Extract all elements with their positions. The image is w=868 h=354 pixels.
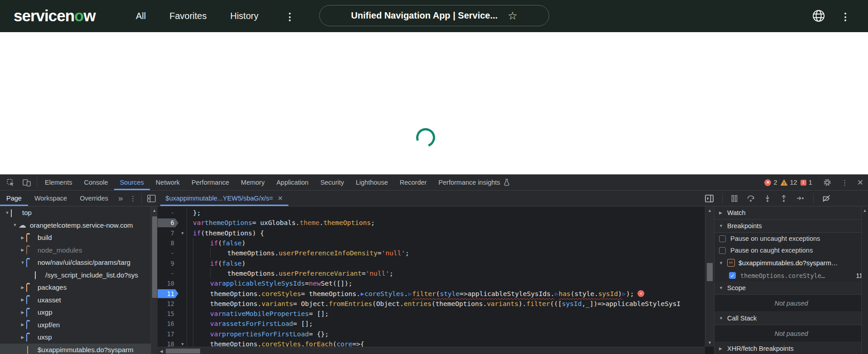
tab-security[interactable]: Security — [314, 175, 350, 190]
servicenow-logo[interactable]: servicenow — [14, 7, 96, 25]
code-line[interactable]: 17var propertiesForFirstLoad = {}; — [158, 329, 705, 339]
line-number[interactable]: - — [158, 208, 178, 217]
code-line[interactable]: 18▼themeOptions.coreStyles.forEach(core=… — [158, 339, 705, 347]
line-number[interactable]: 15 — [158, 309, 178, 318]
tab-console[interactable]: Console — [78, 175, 114, 190]
tree-item[interactable]: ▶uxasset — [0, 294, 158, 306]
line-number[interactable]: 8 — [158, 239, 178, 248]
tree-item[interactable]: $uxappimmutables.do?sysparm — [0, 344, 158, 354]
tree-item[interactable]: ▶uxgp — [0, 306, 158, 319]
console-errors-badge[interactable]: 2 — [764, 179, 777, 186]
tree-scrollbar[interactable]: ▲ — [151, 206, 158, 354]
tree-item[interactable]: /sys_script_include_list.do?sys — [0, 269, 158, 282]
tab-sources[interactable]: Sources — [114, 175, 150, 190]
deactivate-breakpoints-icon[interactable] — [820, 195, 833, 202]
header-kebab-menu-icon[interactable] — [843, 11, 848, 23]
tab-network[interactable]: Network — [150, 175, 186, 190]
navigator-tab-overrides[interactable]: Overrides — [73, 191, 115, 206]
issues-badge[interactable]: 1 — [801, 179, 812, 186]
line-number[interactable]: - — [158, 269, 178, 278]
devtools-settings-gear-icon[interactable] — [819, 178, 835, 187]
tab-application[interactable]: Application — [270, 175, 314, 190]
globe-icon[interactable] — [811, 9, 826, 23]
checkbox[interactable] — [719, 247, 726, 254]
code-line[interactable]: 12themeOptions.variants = Object.fromEnt… — [158, 299, 705, 309]
file-tab-close-icon[interactable]: ✕ — [278, 195, 283, 202]
line-number[interactable]: 7 — [158, 229, 178, 238]
sidebar-scrollbar[interactable]: ▲ — [861, 206, 868, 354]
tab-performance-insights[interactable]: Performance insights — [432, 175, 515, 190]
line-number[interactable]: 10 — [158, 279, 178, 288]
code-line[interactable]: -themeOptions.userPreferenceInfoDensity … — [158, 248, 705, 258]
step-into-icon[interactable] — [762, 195, 773, 202]
tab-lighthouse[interactable]: Lighthouse — [350, 175, 394, 190]
header-nav-favorites[interactable]: Favorites — [169, 11, 206, 21]
editor-horizontal-scrollbar[interactable]: ◀ — [158, 347, 705, 354]
tree-item[interactable]: ▼now/nav/ui/classic/params/targ — [0, 256, 158, 269]
header-nav-all[interactable]: All — [136, 11, 146, 21]
code-line[interactable]: 7▼if (themeOptions) { — [158, 228, 705, 238]
line-number[interactable]: 11 — [158, 289, 178, 298]
line-number[interactable]: 6 — [158, 218, 178, 227]
step-out-icon[interactable] — [778, 195, 790, 202]
device-toolbar-icon[interactable] — [19, 175, 35, 190]
tree-item[interactable]: ▶uxpf/en — [0, 319, 158, 331]
sidebar-section-call-stack[interactable]: ▼Call Stack — [715, 312, 868, 325]
code-line[interactable]: 8if (false) — [158, 238, 705, 248]
devtools-kebab-menu-icon[interactable]: ⋮ — [839, 178, 851, 187]
tree-item[interactable]: ▶packages — [0, 281, 158, 294]
line-number[interactable]: 17 — [158, 330, 178, 339]
line-number[interactable]: 18 — [158, 340, 178, 347]
code-line[interactable]: 9if (false) — [158, 258, 705, 268]
tree-item[interactable]: ▼top — [0, 206, 158, 219]
tab-performance[interactable]: Performance — [186, 175, 235, 190]
pause-exceptions-checkbox-row[interactable]: Pause on caught exceptions — [715, 244, 868, 256]
code-line[interactable]: 11themeOptions.coreStyles = themeOptions… — [158, 288, 705, 298]
breakpoint-file-group[interactable]: ▼$uxappimmutables.do?sysparm… — [715, 256, 868, 269]
expand-debug-sidebar-icon[interactable] — [703, 195, 716, 202]
app-title-pill[interactable]: Unified Navigation App | Service... ☆ — [319, 5, 549, 26]
console-warnings-badge[interactable]: 12 — [781, 179, 797, 186]
pause-script-icon[interactable] — [729, 195, 740, 202]
tree-item[interactable]: ▼☁orangetelcotemp.service-now.com — [0, 219, 158, 232]
line-number[interactable]: 12 — [158, 299, 178, 308]
code-line[interactable]: -themeOptions.userPreferenceVariant = 'n… — [158, 268, 705, 278]
checkbox[interactable] — [719, 235, 726, 242]
code-line[interactable]: 6var themeOptions = uxGlobals.theme.them… — [158, 218, 705, 228]
favorite-star-icon[interactable]: ☆ — [508, 10, 518, 21]
sidebar-section-breakpoints[interactable]: ▼Breakpoints — [715, 220, 868, 233]
tab-elements[interactable]: Elements — [39, 175, 78, 190]
line-number[interactable]: - — [158, 249, 178, 258]
code-line[interactable]: -}; — [158, 208, 705, 218]
hide-navigator-icon[interactable] — [144, 191, 159, 206]
more-navigator-tabs-icon[interactable]: » — [115, 191, 127, 206]
open-file-tab[interactable]: $uxappimmutable...YEW5/sbaG/x/s= ✕ — [160, 191, 288, 206]
tab-memory[interactable]: Memory — [235, 175, 270, 190]
tree-item[interactable]: ▶node_modules — [0, 244, 158, 257]
tree-item[interactable]: ▶build — [0, 231, 158, 244]
sidebar-section-xhr-fetch-breakpoints[interactable]: ▶XHR/fetch Breakpoints — [715, 342, 868, 354]
tree-item[interactable]: ▶uxsp — [0, 331, 158, 344]
navigator-kebab-menu-icon[interactable]: ⋮ — [127, 194, 139, 203]
code-editor[interactable]: -};6var themeOptions = uxGlobals.theme.t… — [158, 206, 714, 354]
breakpoint-checkbox[interactable] — [729, 272, 736, 279]
breakpoint-entry[interactable]: themeOptions.coreStyle…11 — [715, 269, 868, 282]
navigator-tab-workspace[interactable]: Workspace — [28, 191, 73, 206]
pause-exceptions-checkbox-row[interactable]: Pause on uncaught exceptions — [715, 233, 868, 244]
editor-vertical-scrollbar[interactable]: ▲ ▼ — [705, 206, 714, 347]
sidebar-section-watch[interactable]: ▶Watch — [715, 206, 868, 220]
devtools-close-icon[interactable]: ✕ — [854, 178, 866, 187]
tab-recorder[interactable]: Recorder — [394, 175, 433, 190]
code-line[interactable]: 16var assetsForFirstLoad = []; — [158, 319, 705, 329]
line-number[interactable]: 16 — [158, 319, 178, 328]
header-nav-history[interactable]: History — [230, 11, 258, 21]
line-number[interactable]: 9 — [158, 259, 178, 268]
inspect-element-icon[interactable] — [3, 175, 19, 190]
step-icon[interactable] — [794, 195, 807, 202]
code-line[interactable]: 15var nativeMobileProperties = []; — [158, 309, 705, 319]
sidebar-section-scope[interactable]: ▼Scope — [715, 282, 868, 295]
header-overflow-menu-icon[interactable] — [287, 11, 293, 23]
code-line[interactable]: 10var applicableStyleSysIds = new Set([]… — [158, 278, 705, 288]
step-over-icon[interactable] — [744, 195, 757, 202]
navigator-tab-page[interactable]: Page — [0, 191, 28, 206]
